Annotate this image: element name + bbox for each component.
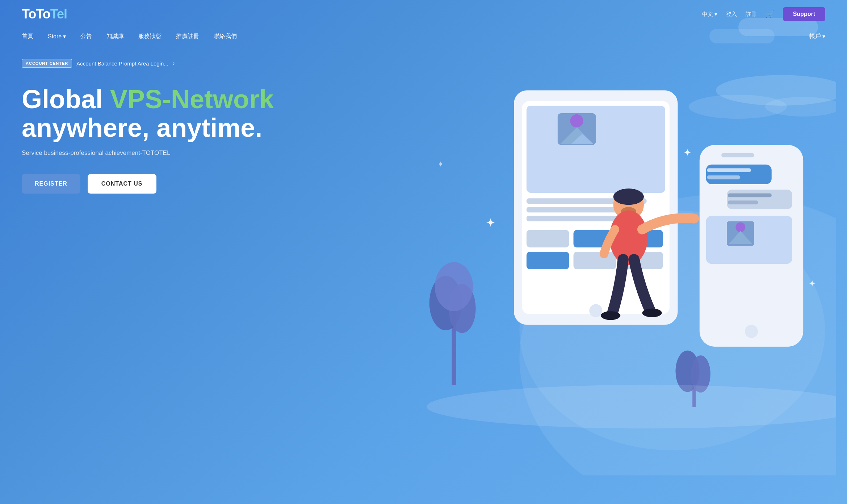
login-button[interactable]: 登入 [726,11,737,18]
nav-announcements[interactable]: 公告 [80,33,92,40]
support-button[interactable]: Support [783,7,825,21]
nav-bar: 首頁 Store ▾ 公告 知識庫 服務狀態 推廣註冊 聯絡我們 帳戶 ▾ [0,28,847,45]
svg-rect-29 [728,200,758,204]
hero-subtext: Service business-professional achievemen… [22,149,825,157]
account-arrow-icon: ▾ [822,33,825,40]
nav-account[interactable]: 帳戶 ▾ [809,33,825,40]
nav-knowledge[interactable]: 知識庫 [106,33,124,40]
account-label: 帳戶 [809,33,821,40]
svg-text:✦: ✦ [486,216,496,229]
heading-line2: anywhere, anytime. [22,114,825,142]
lang-arrow-icon: ▾ [714,11,717,17]
svg-rect-28 [728,194,772,198]
logo-part1: ToTo [22,7,50,21]
svg-rect-13 [527,207,625,212]
svg-point-21 [590,304,603,317]
nav-store-arrow-icon: ▾ [63,33,66,40]
svg-rect-15 [527,230,569,247]
svg-point-39 [601,311,620,320]
register-top-button[interactable]: 註冊 [746,11,756,18]
nav-store[interactable]: Store ▾ [48,33,66,40]
cta-buttons: REGISTER CONTACT US [22,174,825,194]
account-center-badge: ACCOUNT CENTER [22,59,72,68]
nav-home[interactable]: 首頁 [22,33,33,40]
hero-content: ACCOUNT CENTER Account Balance Prompt Ar… [0,45,847,194]
cta-register-button[interactable]: REGISTER [22,174,80,194]
nav-store-label: Store [48,33,62,40]
top-bar: ToToTel 中文 ▾ 登入 註冊 🛒 Support [0,0,847,28]
nav-service-status[interactable]: 服務狀態 [138,33,162,40]
svg-rect-19 [574,252,616,269]
nav-left: 首頁 Store ▾ 公告 知識庫 服務狀態 推廣註冊 聯絡我們 [22,33,237,40]
svg-point-32 [736,222,746,232]
account-button[interactable]: 帳戶 ▾ [809,33,825,40]
top-right-nav: 中文 ▾ 登入 註冊 🛒 Support [702,7,825,21]
heading-line1: Global VPS-Network [22,85,825,114]
svg-point-40 [642,309,662,317]
account-banner[interactable]: ACCOUNT CENTER Account Balance Prompt Ar… [22,59,175,68]
logo[interactable]: ToToTel [22,7,67,22]
svg-point-34 [745,325,758,338]
svg-point-43 [435,262,473,312]
language-switcher[interactable]: 中文 ▾ [702,11,717,18]
heading-normal: Global [22,85,110,114]
svg-text:✦: ✦ [809,279,816,288]
nav-contact[interactable]: 聯絡我們 [214,33,237,40]
hero-section: ToToTel 中文 ▾ 登入 註冊 🛒 Support 首頁 Store ▾ … [0,0,847,504]
nav-affiliate[interactable]: 推廣註冊 [176,33,199,40]
svg-point-50 [427,385,836,429]
logo-part2: Tel [50,7,67,21]
cart-icon[interactable]: 🛒 [765,10,774,18]
svg-rect-18 [527,252,569,269]
heading-highlight: VPS-Network [110,85,274,114]
banner-arrow-icon: › [173,60,175,67]
hero-heading: Global VPS-Network anywhere, anytime. [22,85,825,142]
lang-label: 中文 [702,11,713,18]
cta-contact-button[interactable]: CONTACT US [88,174,156,194]
banner-text: Account Balance Prompt Area Login... [76,60,168,67]
